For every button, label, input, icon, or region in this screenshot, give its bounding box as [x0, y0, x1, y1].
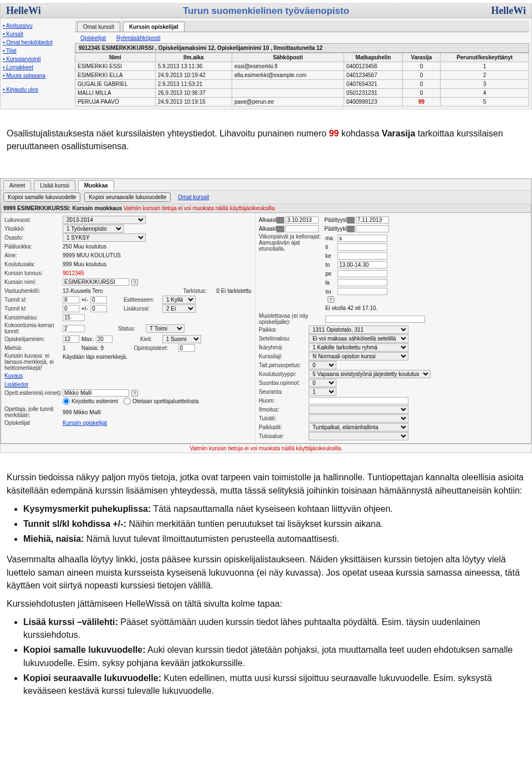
nav-link[interactable]: Tilat	[3, 47, 70, 55]
inp-maksu[interactable]	[63, 314, 85, 321]
lbl-paattyykl: Päättyykl	[324, 225, 347, 233]
sel-status[interactable]: T Toimi	[146, 324, 185, 333]
inp-huom[interactable]	[309, 397, 408, 404]
sel-suuntav[interactable]: 0	[309, 379, 336, 387]
inp-alkaakl[interactable]	[285, 225, 319, 232]
inp-alkaasl[interactable]	[285, 216, 319, 223]
logout-link[interactable]: Kirjaudu ulos	[3, 85, 70, 94]
inp-opetnimi[interactable]	[63, 389, 129, 397]
doc-p1: Osallistujalistauksesta näet kurssilaist…	[7, 127, 525, 153]
sel-ikaryhma[interactable]: 1 Kaikille tarkoitettu ryhmä	[309, 343, 408, 352]
sel-kieli[interactable]: 1 Suomi	[162, 335, 201, 343]
help-icon[interactable]: ?	[328, 296, 334, 303]
sel-koultype[interactable]: 5 Vapaana sivistystyönä järjestetty koul…	[309, 370, 431, 378]
subtab-ryhmasahkoposti[interactable]: Ryhmäsähköposti	[113, 34, 163, 42]
calendar-icon[interactable]	[277, 217, 284, 223]
cell-email: pave@perun.ee	[232, 98, 344, 106]
nav-link[interactable]: Lomakkeet	[3, 63, 70, 72]
radio-otetaan[interactable]	[124, 398, 131, 405]
sel-lisakurssi[interactable]: 2 Ei	[162, 304, 196, 313]
tab-aineet[interactable]: Aineet	[3, 180, 31, 190]
b: Miehiä, naisia:	[23, 534, 84, 543]
inp-tunnitsl[interactable]	[63, 296, 79, 303]
help-icon[interactable]: ?	[131, 390, 138, 397]
lbl-lukuvuosi: Lukuvuosi:	[4, 216, 63, 224]
inp-nimi[interactable]	[63, 278, 129, 286]
tab-omat-kurssit[interactable]: Omat kurssit	[77, 22, 120, 32]
link-omat-kurssit[interactable]: Omat kurssit	[178, 194, 209, 200]
sel-tulotili[interactable]	[309, 414, 408, 423]
tab-lisaa-kurssi[interactable]: Lisää kurssi	[34, 180, 75, 190]
help-icon[interactable]: ?	[131, 279, 138, 286]
lbl-viikonpaivat: Viikonpäivät ja kellonajat: Aamupäivän a…	[259, 233, 325, 252]
sel-osasto[interactable]: 1 SYKSY	[63, 233, 146, 242]
day-time[interactable]	[337, 279, 387, 286]
calendar-icon[interactable]	[347, 217, 355, 223]
text-bold: Varasija	[382, 129, 416, 138]
sel-esitteeseen[interactable]: 1 Kyllä	[162, 296, 196, 304]
sel-yksikko[interactable]: 1 Työväenopisto	[63, 225, 124, 233]
sel-ilmoitus[interactable]	[309, 405, 408, 414]
subtab-row: Opiskelijat Ryhmäsähköposti	[75, 32, 529, 43]
doc-p4: Kurssiehdotusten jättämiseen HelleWissä …	[7, 597, 525, 610]
day-time[interactable]	[337, 243, 387, 251]
day-time[interactable]	[337, 270, 387, 277]
inp-max[interactable]	[96, 336, 112, 343]
cell-varasija: 99	[402, 98, 440, 106]
lbl-kurssilaji: Kurssilaji:	[259, 352, 309, 360]
inp-opinto[interactable]	[178, 344, 195, 352]
link-lisatiedot[interactable]: Lisätiedot	[4, 380, 28, 389]
link-kurssin-opiskelijat[interactable]: Kurssin opiskelijat	[63, 419, 107, 427]
inp-paattyykl[interactable]	[356, 225, 389, 232]
link-kuvaus[interactable]: Kuvaus	[4, 372, 23, 380]
inp-kokoont[interactable]	[63, 325, 85, 332]
table-row: ESIMERKKI ELLA24.9.2013 10:19:42ella.esi…	[75, 71, 529, 80]
tab-kurssin-opiskelijat[interactable]: Kurssin opiskelijat	[123, 22, 185, 32]
nav-link[interactable]: Aloitussivu	[3, 22, 70, 30]
inp-paattyysl[interactable]	[356, 216, 389, 223]
logo-left: HelleWi	[6, 5, 41, 17]
inp-muistettavaa[interactable]	[325, 316, 425, 323]
sel-tulosalue[interactable]	[309, 432, 408, 440]
tab-muokkaa[interactable]: Muokkaa	[78, 180, 114, 190]
inp-tunnitkl2[interactable]	[90, 305, 107, 312]
varasija-99: 99	[329, 129, 339, 138]
calendar-icon[interactable]	[347, 226, 355, 232]
sel-setelimaksu[interactable]: Ei voi maksaa sähköisellä setelillä	[309, 334, 408, 343]
day-time[interactable]	[337, 235, 387, 242]
sel-seuranta[interactable]: 1	[309, 388, 336, 396]
day-label: ke	[325, 252, 337, 260]
inp-tunnitkl[interactable]	[63, 305, 79, 312]
sel-paikka[interactable]: 1311 Opistotalo, 311	[309, 326, 408, 334]
sel-kurssilaji[interactable]: N Normaali opiston kurssi	[309, 352, 408, 360]
day-label: ma	[325, 234, 337, 242]
sel-taitper[interactable]: 0	[309, 361, 336, 369]
cell-puhelin: 0407654321	[344, 80, 403, 89]
nav-link[interactable]: Kurssit	[3, 30, 70, 38]
radio-kirjoitettu[interactable]	[63, 398, 70, 405]
btn-kopioi-samalle[interactable]: Kopioi samalle lukuvuodelle	[3, 192, 80, 202]
nav-link[interactable]: Kurssiarviointi	[3, 55, 70, 63]
subtab-opiskelijat[interactable]: Opiskelijat	[77, 34, 109, 42]
inp-tunnitsl2[interactable]	[90, 296, 107, 303]
sel-palkkatili[interactable]: Tuntipalkat, elämänhallinta	[309, 423, 408, 431]
nav-link[interactable]: Omat henkilötiedot	[3, 38, 70, 47]
ss2-tabs: Aineet Lisää kurssi Muokkaa	[1, 179, 531, 191]
lbl-tunnus: Kurssin tunnus:	[4, 269, 63, 277]
participants-table: Nimi Ilm.aika Sähköposti Matkapuhelin Va…	[75, 53, 529, 106]
day-time[interactable]	[337, 261, 387, 268]
val-vastuu: 12-Kuusela Tero	[63, 287, 167, 295]
cell-ilmaika: 5.9.2013 13:11:36	[155, 62, 232, 71]
inp-min[interactable]	[63, 336, 79, 343]
form-left: Lukuvuosi:2013-2014 Yksikkö:1 Työväenopi…	[1, 213, 255, 443]
b: Kopioi seuraavalle lukuvuodelle:	[23, 673, 161, 683]
calendar-icon[interactable]	[277, 226, 284, 232]
table-row: ESIMERKKI ESSI5.9.2013 13:11:36essi@esim…	[75, 62, 529, 71]
btn-kopioi-seuraavalle[interactable]: Kopioi seuraavalle lukuvuodelle	[84, 192, 171, 202]
val-eivko: Ei vkolla 42 eli 17.10.	[325, 304, 378, 312]
day-time[interactable]	[337, 288, 387, 295]
sel-lukuvuosi[interactable]: 2013-2014	[63, 216, 146, 224]
nav-link[interactable]: Muuta salasana	[3, 72, 70, 80]
day-time[interactable]	[337, 252, 387, 260]
cell-varasija: 0	[402, 71, 440, 80]
